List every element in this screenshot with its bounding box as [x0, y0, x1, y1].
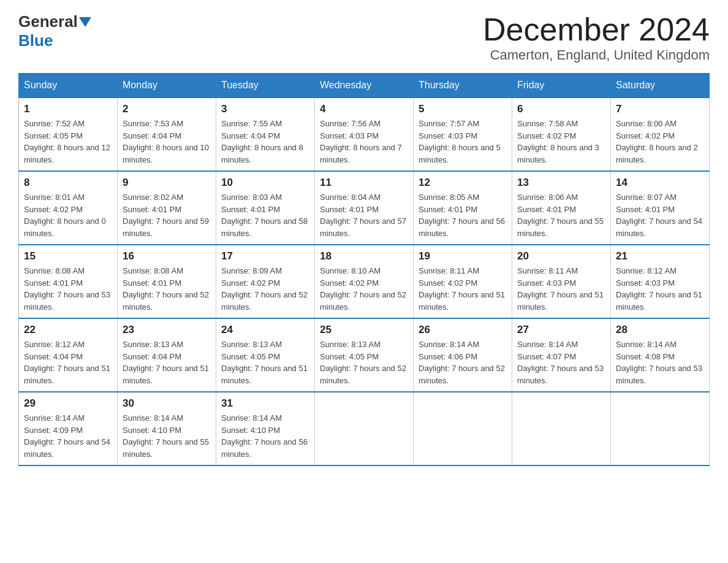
day-number: 12	[419, 177, 507, 189]
day-number: 18	[320, 250, 408, 262]
calendar-cell: 12Sunrise: 8:05 AMSunset: 4:01 PMDayligh…	[414, 171, 512, 245]
day-number: 20	[517, 250, 605, 262]
logo: General Blue	[18, 12, 91, 50]
calendar-cell: 9Sunrise: 8:02 AMSunset: 4:01 PMDaylight…	[118, 171, 216, 245]
day-info: Sunrise: 8:10 AMSunset: 4:02 PMDaylight:…	[320, 265, 408, 313]
day-info: Sunrise: 8:11 AMSunset: 4:03 PMDaylight:…	[517, 265, 605, 313]
month-title: December 2024	[483, 12, 710, 47]
calendar-cell: 30Sunrise: 8:14 AMSunset: 4:10 PMDayligh…	[118, 392, 216, 465]
page-header: General Blue December 2024 Camerton, Eng…	[18, 12, 710, 63]
col-header-wednesday: Wednesday	[315, 74, 414, 98]
day-info: Sunrise: 8:14 AMSunset: 4:10 PMDaylight:…	[123, 412, 211, 460]
calendar-cell: 15Sunrise: 8:08 AMSunset: 4:01 PMDayligh…	[19, 245, 118, 318]
day-number: 24	[221, 324, 309, 336]
day-info: Sunrise: 7:52 AMSunset: 4:05 PMDaylight:…	[24, 118, 112, 166]
calendar-cell: 1Sunrise: 7:52 AMSunset: 4:05 PMDaylight…	[19, 98, 118, 171]
day-number: 4	[320, 103, 408, 115]
day-info: Sunrise: 8:05 AMSunset: 4:01 PMDaylight:…	[419, 191, 507, 239]
day-info: Sunrise: 7:57 AMSunset: 4:03 PMDaylight:…	[419, 118, 507, 166]
day-info: Sunrise: 7:53 AMSunset: 4:04 PMDaylight:…	[123, 118, 211, 166]
day-info: Sunrise: 8:00 AMSunset: 4:02 PMDaylight:…	[616, 118, 704, 166]
day-info: Sunrise: 7:56 AMSunset: 4:03 PMDaylight:…	[320, 118, 408, 166]
day-number: 14	[616, 177, 704, 189]
day-number: 28	[616, 324, 704, 336]
location-text: Camerton, England, United Kingdom	[483, 47, 710, 63]
day-info: Sunrise: 8:13 AMSunset: 4:04 PMDaylight:…	[123, 339, 211, 386]
day-info: Sunrise: 8:11 AMSunset: 4:02 PMDaylight:…	[419, 265, 507, 313]
calendar-cell: 31Sunrise: 8:14 AMSunset: 4:10 PMDayligh…	[216, 392, 315, 465]
title-block: December 2024 Camerton, England, United …	[483, 12, 710, 63]
calendar-week-row: 1Sunrise: 7:52 AMSunset: 4:05 PMDaylight…	[19, 98, 710, 171]
day-info: Sunrise: 8:14 AMSunset: 4:06 PMDaylight:…	[419, 339, 507, 386]
calendar-cell: 17Sunrise: 8:09 AMSunset: 4:02 PMDayligh…	[216, 245, 315, 318]
calendar-cell: 6Sunrise: 7:58 AMSunset: 4:02 PMDaylight…	[512, 98, 611, 171]
day-info: Sunrise: 8:13 AMSunset: 4:05 PMDaylight:…	[221, 339, 309, 386]
day-info: Sunrise: 8:09 AMSunset: 4:02 PMDaylight:…	[221, 265, 309, 313]
calendar-cell: 8Sunrise: 8:01 AMSunset: 4:02 PMDaylight…	[19, 171, 118, 245]
day-info: Sunrise: 8:01 AMSunset: 4:02 PMDaylight:…	[24, 191, 112, 239]
day-info: Sunrise: 8:03 AMSunset: 4:01 PMDaylight:…	[221, 191, 309, 239]
calendar-cell	[315, 392, 414, 465]
day-number: 27	[517, 324, 605, 336]
col-header-friday: Friday	[512, 74, 611, 98]
day-info: Sunrise: 8:12 AMSunset: 4:04 PMDaylight:…	[24, 339, 112, 386]
day-number: 23	[123, 324, 211, 336]
day-number: 16	[123, 250, 211, 262]
calendar-cell: 14Sunrise: 8:07 AMSunset: 4:01 PMDayligh…	[611, 171, 710, 245]
day-number: 17	[221, 250, 309, 262]
day-number: 6	[517, 103, 605, 115]
day-info: Sunrise: 8:12 AMSunset: 4:03 PMDaylight:…	[616, 265, 704, 313]
col-header-tuesday: Tuesday	[216, 74, 315, 98]
calendar-cell: 4Sunrise: 7:56 AMSunset: 4:03 PMDaylight…	[315, 98, 414, 171]
calendar-table: Sunday Monday Tuesday Wednesday Thursday…	[18, 73, 710, 466]
day-info: Sunrise: 8:08 AMSunset: 4:01 PMDaylight:…	[24, 265, 112, 313]
day-number: 31	[221, 397, 309, 410]
day-number: 8	[24, 177, 112, 189]
day-number: 5	[419, 103, 507, 115]
calendar-cell: 18Sunrise: 8:10 AMSunset: 4:02 PMDayligh…	[315, 245, 414, 318]
calendar-cell: 19Sunrise: 8:11 AMSunset: 4:02 PMDayligh…	[414, 245, 512, 318]
calendar-cell: 10Sunrise: 8:03 AMSunset: 4:01 PMDayligh…	[216, 171, 315, 245]
day-number: 30	[123, 397, 211, 410]
calendar-cell	[611, 392, 710, 465]
calendar-cell: 11Sunrise: 8:04 AMSunset: 4:01 PMDayligh…	[315, 171, 414, 245]
day-number: 25	[320, 324, 408, 336]
logo-triangle-icon	[79, 17, 91, 27]
day-number: 9	[123, 177, 211, 189]
calendar-week-row: 8Sunrise: 8:01 AMSunset: 4:02 PMDaylight…	[19, 171, 710, 245]
col-header-sunday: Sunday	[19, 74, 118, 98]
day-number: 29	[24, 397, 112, 410]
calendar-cell: 26Sunrise: 8:14 AMSunset: 4:06 PMDayligh…	[414, 318, 512, 392]
calendar-week-row: 29Sunrise: 8:14 AMSunset: 4:09 PMDayligh…	[19, 392, 710, 465]
day-info: Sunrise: 8:13 AMSunset: 4:05 PMDaylight:…	[320, 339, 408, 386]
day-info: Sunrise: 8:08 AMSunset: 4:01 PMDaylight:…	[123, 265, 211, 313]
col-header-thursday: Thursday	[414, 74, 512, 98]
day-info: Sunrise: 8:06 AMSunset: 4:01 PMDaylight:…	[517, 191, 605, 239]
day-number: 10	[221, 177, 309, 189]
col-header-monday: Monday	[118, 74, 216, 98]
day-number: 3	[221, 103, 309, 115]
day-number: 7	[616, 103, 704, 115]
day-info: Sunrise: 8:14 AMSunset: 4:07 PMDaylight:…	[517, 339, 605, 386]
calendar-cell: 3Sunrise: 7:55 AMSunset: 4:04 PMDaylight…	[216, 98, 315, 171]
calendar-week-row: 15Sunrise: 8:08 AMSunset: 4:01 PMDayligh…	[19, 245, 710, 318]
day-number: 22	[24, 324, 112, 336]
calendar-cell: 13Sunrise: 8:06 AMSunset: 4:01 PMDayligh…	[512, 171, 611, 245]
calendar-cell: 22Sunrise: 8:12 AMSunset: 4:04 PMDayligh…	[19, 318, 118, 392]
calendar-cell	[414, 392, 512, 465]
calendar-cell: 27Sunrise: 8:14 AMSunset: 4:07 PMDayligh…	[512, 318, 611, 392]
calendar-cell: 16Sunrise: 8:08 AMSunset: 4:01 PMDayligh…	[118, 245, 216, 318]
calendar-header-row: Sunday Monday Tuesday Wednesday Thursday…	[19, 74, 710, 98]
day-number: 26	[419, 324, 507, 336]
day-number: 1	[24, 103, 112, 115]
day-number: 13	[517, 177, 605, 189]
logo-blue-text: Blue	[18, 31, 53, 50]
calendar-cell: 29Sunrise: 8:14 AMSunset: 4:09 PMDayligh…	[19, 392, 118, 465]
calendar-cell	[512, 392, 611, 465]
day-number: 2	[123, 103, 211, 115]
day-info: Sunrise: 8:14 AMSunset: 4:09 PMDaylight:…	[24, 412, 112, 460]
day-info: Sunrise: 8:14 AMSunset: 4:10 PMDaylight:…	[221, 412, 309, 460]
calendar-cell: 7Sunrise: 8:00 AMSunset: 4:02 PMDaylight…	[611, 98, 710, 171]
day-info: Sunrise: 8:04 AMSunset: 4:01 PMDaylight:…	[320, 191, 408, 239]
day-number: 21	[616, 250, 704, 262]
